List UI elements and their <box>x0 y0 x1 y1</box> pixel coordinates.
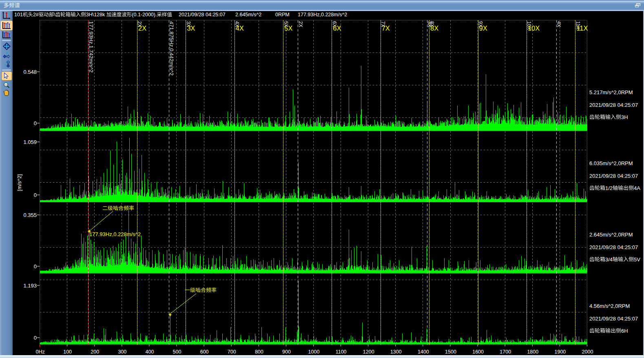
svg-text:Y: Y <box>4 63 7 67</box>
svg-text:900: 900 <box>282 349 291 355</box>
svg-text:800: 800 <box>255 349 263 355</box>
svg-text:1/2: 1/2 <box>605 185 613 191</box>
svg-text:2X: 2X <box>138 24 146 32</box>
svg-text:471.875Hz,0.442m/s^2: 471.875Hz,0.442m/s^2 <box>168 21 175 75</box>
svg-text:1500: 1500 <box>445 349 456 355</box>
svg-text:1200: 1200 <box>363 349 374 355</box>
svg-text:4X: 4X <box>556 21 562 27</box>
svg-text:177.93Hz,0.228m/s^2: 177.93Hz,0.228m/s^2 <box>298 12 347 18</box>
svg-text:2000: 2000 <box>582 349 593 355</box>
svg-text:0.355: 0.355 <box>24 212 37 218</box>
svg-text:1600: 1600 <box>472 349 484 355</box>
svg-text:0: 0 <box>34 120 37 126</box>
svg-text:X: X <box>6 51 9 55</box>
svg-text:101: 101 <box>14 12 23 18</box>
svg-text:4.56m/s^2,0RPM: 4.56m/s^2,0RPM <box>589 303 630 309</box>
svg-text:1900: 1900 <box>555 349 566 355</box>
svg-text:177.93Hz,0.228m/s^2: 177.93Hz,0.228m/s^2 <box>89 231 141 237</box>
svg-text:5V: 5V <box>634 256 640 263</box>
svg-text:600: 600 <box>200 349 209 355</box>
svg-text:0RPM: 0RPM <box>275 12 290 18</box>
svg-text:3/4: 3/4 <box>605 256 613 263</box>
svg-text:8X: 8X <box>430 24 438 32</box>
svg-text:3X: 3X <box>187 24 195 32</box>
svg-text:2021/09/28 04:25:07: 2021/09/28 04:25:07 <box>179 12 226 18</box>
svg-text:1800: 1800 <box>527 349 538 355</box>
svg-text:[m/s^2]: [m/s^2] <box>16 174 22 191</box>
svg-text:10X: 10X <box>528 24 540 32</box>
svg-text:1.059: 1.059 <box>24 139 37 145</box>
svg-text:300: 300 <box>118 349 126 355</box>
svg-text:0: 0 <box>34 192 37 198</box>
svg-text:500: 500 <box>173 349 181 355</box>
svg-text:2021/09/28 04:25:07: 2021/09/28 04:25:07 <box>589 244 638 250</box>
svg-text:5.217m/s^2,0RPM: 5.217m/s^2,0RPM <box>589 89 633 95</box>
svg-text:0Hz: 0Hz <box>36 349 45 355</box>
svg-text:700: 700 <box>228 349 236 355</box>
svg-text:1000: 1000 <box>308 349 320 355</box>
svg-text:1100: 1100 <box>336 349 347 355</box>
svg-text:400: 400 <box>146 349 154 355</box>
svg-text:4A: 4A <box>634 185 640 191</box>
svg-text:2021/09/28 04:25:07: 2021/09/28 04:25:07 <box>589 102 638 108</box>
svg-text:100: 100 <box>63 349 72 355</box>
svg-text:7X: 7X <box>382 24 390 32</box>
svg-text:6X: 6X <box>333 24 341 32</box>
svg-text:200: 200 <box>91 349 99 355</box>
svg-text:1300: 1300 <box>390 349 402 355</box>
svg-text:3H\128k: 3H\128k <box>86 12 106 18</box>
svg-text:1.193: 1.193 <box>24 283 37 289</box>
svg-text:2X: 2X <box>298 21 303 27</box>
svg-text:2021/09/28 04:25:07: 2021/09/28 04:25:07 <box>589 316 638 322</box>
svg-text:2021/09/28 04:25:07: 2021/09/28 04:25:07 <box>589 173 638 179</box>
svg-text:9X: 9X <box>479 24 487 32</box>
svg-text:11X: 11X <box>576 24 588 32</box>
svg-text:0.548: 0.548 <box>24 69 37 75</box>
svg-text:2.645m/s^2: 2.645m/s^2 <box>235 12 261 18</box>
svg-text:5X: 5X <box>284 24 292 32</box>
svg-text:2#: 2# <box>33 12 39 18</box>
svg-text:6.035m/s^2,0RPM: 6.035m/s^2,0RPM <box>589 160 633 166</box>
svg-text:2.645m/s^2,0RPM: 2.645m/s^2,0RPM <box>589 232 633 238</box>
svg-text:0: 0 <box>34 263 37 270</box>
svg-text:4X: 4X <box>236 24 244 32</box>
svg-text:177.93Hz,1.742m/s^2: 177.93Hz,1.742m/s^2 <box>88 21 94 73</box>
svg-text:(0.1-2000).: (0.1-2000). <box>132 12 157 18</box>
svg-text:1400: 1400 <box>418 349 429 355</box>
svg-text:\: \ <box>54 12 55 18</box>
svg-text:1700: 1700 <box>500 349 511 355</box>
svg-text:0: 0 <box>34 335 37 341</box>
svg-text:3H: 3H <box>621 114 628 120</box>
svg-text:6H: 6H <box>621 328 628 334</box>
